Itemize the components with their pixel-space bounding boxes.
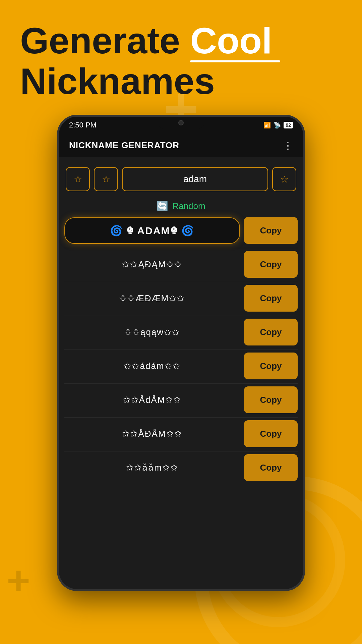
random-label: Random <box>172 201 205 211</box>
star-button-center[interactable]: ☆ <box>94 167 118 191</box>
header-highlight: Cool <box>190 20 272 61</box>
copy-button-1[interactable]: Copy <box>244 251 298 278</box>
copy-button-2[interactable]: Copy <box>244 285 298 312</box>
nickname-featured-text: 🌀 ☬ ADAM☬ 🌀 <box>64 217 240 244</box>
header-prefix: Generate <box>20 20 190 61</box>
star-button-right[interactable]: ☆ <box>272 167 296 191</box>
random-icon: 🔄 <box>157 201 168 212</box>
copy-button-0[interactable]: Copy <box>244 217 298 244</box>
nickname-row-2: ✩✩ÆÐÆM✩✩ Copy <box>64 285 298 312</box>
divider-3 <box>64 350 298 350</box>
copy-button-5[interactable]: Copy <box>244 386 298 413</box>
nickname-row-featured: 🌀 ☬ ADAM☬ 🌀 Copy <box>64 217 298 244</box>
nickname-row-7: ✩✩ǎǎm✩✩ Copy <box>64 454 298 481</box>
copy-button-6[interactable]: Copy <box>244 420 298 447</box>
divider-5 <box>64 417 298 418</box>
phone-camera <box>178 120 184 125</box>
header-line2: Nicknames <box>20 61 342 101</box>
nickname-text-2: ✩✩ÆÐÆM✩✩ <box>64 288 240 309</box>
header-section: Generate Cool Nicknames <box>0 0 362 101</box>
nickname-list: 🌀 ☬ ADAM☬ 🌀 Copy ✩✩ĄĐĄM✩✩ Copy ✩✩ÆÐÆM✩✩ … <box>59 217 303 481</box>
nickname-text-6: ✩✩ÅÐÅM✩✩ <box>64 423 240 444</box>
nickname-row-6: ✩✩ÅÐÅM✩✩ Copy <box>64 420 298 447</box>
app-bar: NICKNAME GENERATOR ⋮ <box>59 133 303 157</box>
divider-1 <box>64 282 298 282</box>
status-time: 2:50 PM <box>69 121 97 129</box>
nickname-text-3: ✩✩ąqąw✩✩ <box>64 322 240 343</box>
nickname-row-4: ✩✩ádám✩✩ Copy <box>64 353 298 379</box>
status-icons: 📶 📡 92 <box>263 121 293 129</box>
divider-6 <box>64 451 298 451</box>
divider-2 <box>64 316 298 316</box>
wifi-icon: 📡 <box>274 121 281 129</box>
signal-icon: 📶 <box>263 121 271 129</box>
nickname-row-3: ✩✩ąqąw✩✩ Copy <box>64 319 298 345</box>
input-row: ☆ ☆ ☆ <box>59 157 303 198</box>
divider-0 <box>64 248 298 248</box>
nickname-text-4: ✩✩ádám✩✩ <box>64 356 240 377</box>
divider-4 <box>64 383 298 384</box>
copy-button-7[interactable]: Copy <box>244 454 298 481</box>
battery-icon: 92 <box>284 122 293 128</box>
nickname-row-5: ✩✩ÅdÅM✩✩ Copy <box>64 386 298 413</box>
nickname-text-1: ✩✩ĄĐĄM✩✩ <box>64 254 240 275</box>
phone-notch <box>158 117 204 129</box>
phone-content: ☆ ☆ ☆ 🔄 Random 🌀 ☬ ADAM☬ 🌀 Copy <box>59 157 303 589</box>
nickname-text-5: ✩✩ÅdÅM✩✩ <box>64 389 240 411</box>
header-line1: Generate Cool <box>20 20 342 61</box>
app-title: NICKNAME GENERATOR <box>69 140 179 151</box>
name-input[interactable] <box>122 167 268 191</box>
menu-button[interactable]: ⋮ <box>283 140 293 151</box>
nickname-row-1: ✩✩ĄĐĄM✩✩ Copy <box>64 251 298 278</box>
star-button-left[interactable]: ☆ <box>66 167 90 191</box>
copy-button-4[interactable]: Copy <box>244 353 298 379</box>
nickname-text-7: ✩✩ǎǎm✩✩ <box>64 457 240 478</box>
phone-mockup: 2:50 PM 📶 📡 92 NICKNAME GENERATOR ⋮ ☆ ☆ … <box>57 115 305 591</box>
phone-container: 2:50 PM 📶 📡 92 NICKNAME GENERATOR ⋮ ☆ ☆ … <box>54 115 308 591</box>
random-row[interactable]: 🔄 Random <box>59 198 303 217</box>
copy-button-3[interactable]: Copy <box>244 319 298 345</box>
bg-decoration-plus-bottom: + <box>7 557 30 604</box>
